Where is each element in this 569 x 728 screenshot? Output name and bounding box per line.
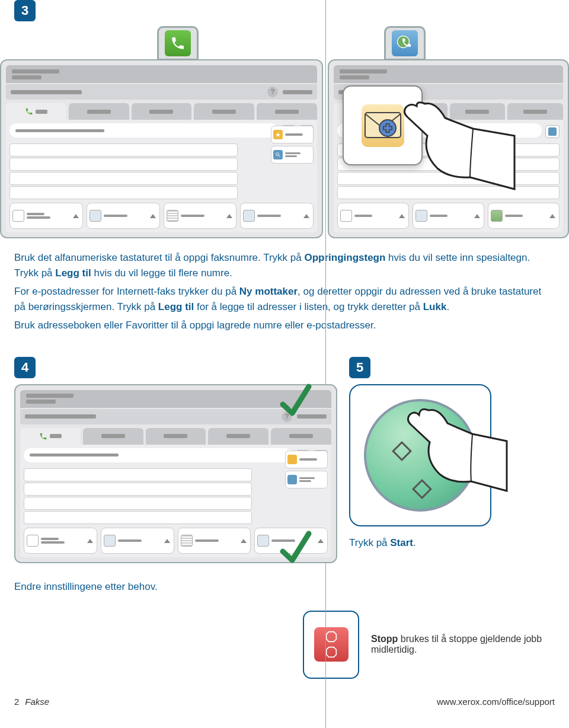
- option-2-button[interactable]: [413, 203, 484, 229]
- tab-5[interactable]: [271, 428, 331, 445]
- svg-marker-3: [326, 632, 336, 642]
- star-icon: [287, 455, 297, 464]
- option-3-button[interactable]: [488, 203, 560, 229]
- step-5-badge: 5: [349, 357, 370, 378]
- option-1-button[interactable]: [9, 203, 83, 229]
- step5-text: Trykk på Start.: [349, 537, 555, 549]
- addressbook-button[interactable]: [285, 471, 328, 488]
- addressbook-button[interactable]: [271, 146, 314, 164]
- phone-small-icon: [25, 107, 33, 116]
- support-url: www.xerox.com/office/support: [437, 697, 555, 707]
- phone-icon: [165, 30, 191, 56]
- option-2-button[interactable]: [101, 528, 174, 554]
- list-item[interactable]: [24, 468, 252, 481]
- ifax-tab-icon: [384, 26, 426, 60]
- fax-panel: ?: [0, 59, 323, 238]
- search-icon: [287, 475, 297, 484]
- phone-small-icon: [39, 432, 47, 440]
- option-1-button[interactable]: [24, 528, 97, 554]
- tab-5[interactable]: [257, 103, 317, 120]
- doc-icon: [104, 535, 116, 547]
- stop-button[interactable]: [314, 627, 349, 662]
- doc-icon: [257, 535, 269, 547]
- list-item[interactable]: [24, 511, 252, 524]
- page-number: 2: [14, 697, 19, 707]
- list-item[interactable]: [24, 483, 252, 496]
- search-icon: [548, 127, 557, 136]
- list-item[interactable]: [9, 143, 238, 157]
- tab-3[interactable]: [146, 428, 206, 445]
- step4-caption: Endre innstillingene etter behov.: [0, 575, 569, 599]
- stop-octagon-icon: [325, 631, 337, 643]
- help-icon: ?: [267, 87, 278, 97]
- hand-pointing-icon: [381, 82, 517, 195]
- step-4-badge: 4: [14, 357, 36, 378]
- tab-1[interactable]: [6, 103, 66, 120]
- instruction-text: Bruk det alfanumeriske tastaturet til å …: [0, 238, 569, 345]
- fax-tab-icon: [157, 26, 199, 60]
- doc-icon: [243, 210, 255, 222]
- list-item[interactable]: [9, 186, 238, 199]
- option-2-button[interactable]: [87, 203, 160, 229]
- doc-icon: [27, 535, 39, 547]
- step3-row: ?: [0, 21, 569, 238]
- option-3-button[interactable]: [178, 528, 251, 554]
- tab-4[interactable]: [194, 103, 254, 120]
- checkmark-icon: [278, 528, 314, 569]
- option-3-button[interactable]: [164, 203, 237, 229]
- grid-icon: [181, 535, 193, 547]
- page-footer: 2Fakse www.xerox.com/office/support: [0, 691, 569, 716]
- doc-icon: [89, 210, 101, 222]
- search-icon: [273, 150, 283, 159]
- tab-1[interactable]: [20, 428, 81, 445]
- start-button-frame: [349, 384, 491, 526]
- list-item[interactable]: [24, 497, 252, 510]
- grid-icon: [167, 210, 178, 222]
- globe-phone-icon: [392, 30, 418, 56]
- option-4-button[interactable]: [240, 203, 314, 229]
- recipient-input[interactable]: [24, 448, 292, 462]
- checkmark-icon: [278, 381, 314, 422]
- doc-icon: [12, 210, 24, 222]
- stop-caption: Stopp brukes til å stoppe gjeldende jobb…: [371, 634, 555, 655]
- option-1-button[interactable]: [337, 203, 409, 229]
- hand-pressing-icon: [389, 391, 508, 492]
- tab-4[interactable]: [208, 428, 268, 445]
- recipient-input[interactable]: [9, 123, 278, 138]
- panel-header: [334, 65, 563, 83]
- doc-icon: [491, 210, 503, 222]
- svg-marker-4: [326, 647, 336, 657]
- stop-octagon-icon: [325, 646, 337, 658]
- doc-title: Fakse: [25, 697, 49, 707]
- favorites-button[interactable]: [271, 126, 314, 143]
- stop-button-frame: [303, 611, 359, 679]
- list-item[interactable]: [9, 158, 238, 171]
- tab-3[interactable]: [132, 103, 192, 120]
- recipient-list: [9, 143, 238, 199]
- tab-2[interactable]: [83, 428, 143, 445]
- doc-icon: [415, 210, 427, 222]
- favorites-button[interactable]: [285, 451, 328, 468]
- panel-header: [6, 65, 317, 83]
- tab-2[interactable]: [69, 103, 129, 120]
- addressbook-small-button[interactable]: [545, 125, 560, 138]
- doc-icon: [340, 210, 352, 222]
- list-item[interactable]: [9, 172, 238, 185]
- star-icon: [273, 130, 283, 139]
- step-3-badge: 3: [14, 0, 36, 21]
